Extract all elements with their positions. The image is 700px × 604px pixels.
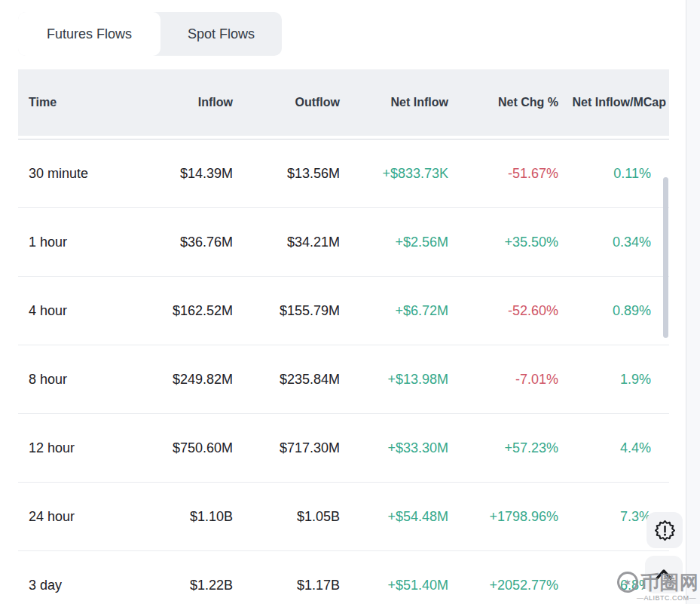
cell-net-inflow: +$13.98M — [340, 372, 448, 388]
table-row: 3 day $1.22B $1.17B +$51.40M +2052.77% 6… — [18, 551, 669, 604]
cell-net-chg: -7.01% — [448, 372, 558, 388]
cell-outflow: $155.79M — [233, 303, 340, 319]
cell-net-chg: -51.67% — [448, 166, 558, 182]
cell-inflow: $14.39M — [139, 166, 233, 182]
alert-settings-button[interactable] — [647, 512, 683, 548]
cell-inflow: $162.52M — [139, 303, 233, 319]
cell-time: 3 day — [18, 578, 139, 593]
cell-time: 30 minute — [18, 166, 139, 182]
cell-inflow: $750.60M — [139, 440, 233, 456]
header-inflow: Inflow — [139, 96, 233, 109]
table-row: 4 hour $162.52M $155.79M +$6.72M -52.60%… — [18, 277, 669, 345]
table-row: 8 hour $249.82M $235.84M +$13.98M -7.01%… — [18, 345, 669, 414]
table-header-row: Time Inflow Outflow Net Inflow Net Chg %… — [18, 69, 669, 136]
cell-time: 12 hour — [18, 440, 139, 456]
cell-net-inflow: +$6.72M — [340, 303, 448, 319]
cell-outflow: $34.21M — [233, 235, 340, 250]
table-row: 1 hour $36.76M $34.21M +$2.56M +35.50% 0… — [18, 208, 669, 277]
cell-net-chg: +35.50% — [448, 235, 558, 250]
header-net-inflow: Net Inflow — [340, 96, 448, 109]
page-scrollbar[interactable] — [686, 0, 700, 604]
header-outflow: Outflow — [233, 96, 340, 109]
scroll-to-top-button[interactable] — [645, 556, 683, 593]
table-row: 30 minute $14.39M $13.56M +$833.73K -51.… — [18, 140, 669, 208]
cell-time: 4 hour — [18, 303, 139, 319]
header-time: Time — [18, 96, 139, 109]
cell-outflow: $1.17B — [233, 578, 340, 593]
cell-outflow: $235.84M — [233, 372, 340, 388]
badge-alert-icon — [655, 520, 675, 541]
futures-flows-page: Futures Flows Spot Flows Time Inflow Out… — [0, 0, 700, 604]
flows-table: Time Inflow Outflow Net Inflow Net Chg %… — [18, 69, 669, 604]
flows-tab-group: Futures Flows Spot Flows — [18, 12, 282, 56]
header-net-chg: Net Chg % — [448, 96, 558, 109]
chevron-up-icon — [654, 568, 674, 581]
cell-inflow: $1.10B — [139, 509, 233, 525]
cell-net-chg: +2052.77% — [448, 578, 558, 593]
cell-mcap: 0.11% — [558, 166, 669, 182]
cell-net-inflow: +$51.40M — [340, 578, 448, 593]
header-net-inflow-mcap: Net Inflow/MCap — [558, 96, 669, 109]
cell-mcap: 4.4% — [558, 440, 669, 456]
cell-net-chg: -52.60% — [448, 303, 558, 319]
cell-inflow: $1.22B — [139, 578, 233, 593]
cell-net-chg: +1798.96% — [448, 509, 558, 525]
cell-net-inflow: +$54.48M — [340, 509, 448, 525]
cell-net-chg: +57.23% — [448, 440, 558, 456]
cell-outflow: $1.05B — [233, 509, 340, 525]
cell-outflow: $717.30M — [233, 440, 340, 456]
cell-mcap: 1.9% — [558, 372, 669, 388]
tab-spot-flows[interactable]: Spot Flows — [160, 12, 282, 56]
table-scrollbar-thumb[interactable] — [663, 177, 668, 338]
cell-net-inflow: +$33.30M — [340, 440, 448, 456]
cell-net-inflow: +$833.73K — [340, 166, 448, 182]
cell-mcap: 0.89% — [558, 303, 669, 319]
cell-time: 8 hour — [18, 372, 139, 388]
cell-inflow: $249.82M — [139, 372, 233, 388]
table-row: 24 hour $1.10B $1.05B +$54.48M +1798.96%… — [18, 483, 669, 551]
cell-mcap: 0.34% — [558, 235, 669, 250]
table-row: 12 hour $750.60M $717.30M +$33.30M +57.2… — [18, 414, 669, 483]
cell-net-inflow: +$2.56M — [340, 235, 448, 250]
cell-inflow: $36.76M — [139, 235, 233, 250]
cell-outflow: $13.56M — [233, 166, 340, 182]
cell-time: 24 hour — [18, 509, 139, 525]
cell-time: 1 hour — [18, 235, 139, 250]
tab-futures-flows[interactable]: Futures Flows — [18, 12, 160, 56]
